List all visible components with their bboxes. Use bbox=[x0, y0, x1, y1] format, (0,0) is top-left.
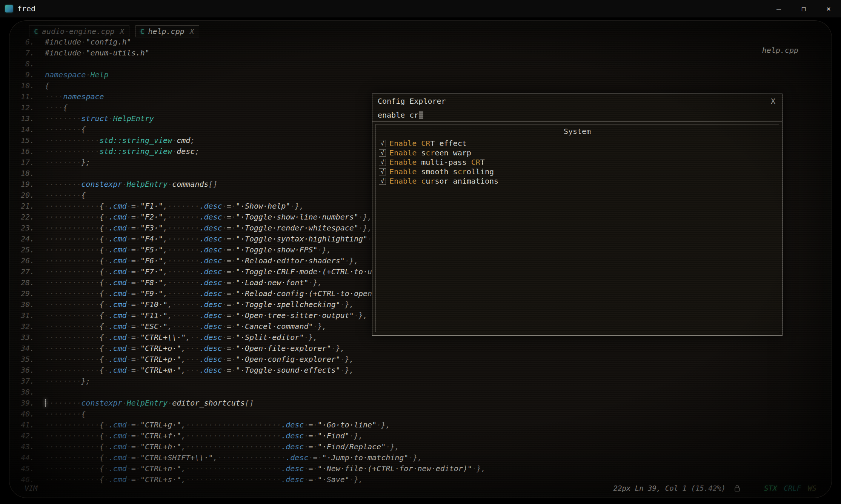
line-number: 30. bbox=[9, 299, 37, 310]
config-item-label: Enable multi-pass CRT bbox=[389, 158, 485, 167]
line-content: ····namespace bbox=[45, 91, 104, 102]
config-explorer: Config Explorer X enable cr System √Enab… bbox=[372, 94, 783, 336]
line-content: ············{·.cmd·=·"CTRL+o·",···.desc·… bbox=[45, 343, 345, 354]
config-item[interactable]: √Enable screen warp bbox=[376, 148, 779, 158]
minimize-button[interactable]: – bbox=[766, 0, 791, 17]
line-number: 8. bbox=[9, 58, 37, 69]
config-explorer-header: Config Explorer X bbox=[372, 94, 782, 108]
tab-close-button[interactable]: X bbox=[120, 27, 125, 36]
status-bar: VIM 22px Ln 39, Col 1 (15.42%) STXCRLFWS bbox=[25, 482, 816, 494]
line-content: ············{·.cmd·=·"CTRL+SHIFT+\\·",··… bbox=[45, 452, 422, 463]
checkbox-checked-icon[interactable]: √ bbox=[379, 178, 386, 185]
line-content: ········{ bbox=[45, 190, 86, 201]
line-number: 7. bbox=[9, 48, 37, 58]
line-content: ············{·.cmd·=·"F4·",·······.desc·… bbox=[45, 234, 381, 244]
line-number: 26. bbox=[9, 255, 37, 266]
tab-bar: Caudio-engine.cppXChelp.cppX bbox=[29, 25, 199, 37]
config-item[interactable]: √Enable cursor animations bbox=[376, 177, 779, 186]
line-number: 35. bbox=[9, 354, 37, 365]
checkbox-checked-icon[interactable]: √ bbox=[379, 168, 386, 175]
line-number: 23. bbox=[9, 223, 37, 234]
line-content: ········constexpr·HelpEntry·editor_short… bbox=[45, 398, 254, 409]
line-content: ············{·.cmd·=·"CTRL+p·",···.desc·… bbox=[45, 354, 354, 365]
line-number: 40. bbox=[9, 409, 37, 419]
line-number: 45. bbox=[9, 463, 37, 474]
config-item-label: Enable cursor animations bbox=[389, 177, 498, 186]
code-line: 42.············{·.cmd·=·"CTRL+f·",······… bbox=[9, 430, 832, 441]
line-number: 17. bbox=[9, 157, 37, 168]
line-number: 11. bbox=[9, 91, 37, 102]
line-content: ········{ bbox=[45, 124, 86, 135]
window-title: fred bbox=[17, 4, 35, 13]
status-flag-crlf: CRLF bbox=[784, 484, 801, 492]
line-content: ············{·.cmd·=·"F5·",·······.desc·… bbox=[45, 244, 331, 255]
line-content: ············{·.cmd·=·"F2·",·······.desc·… bbox=[45, 212, 372, 223]
config-item[interactable]: √Enable CRT effect bbox=[376, 139, 779, 148]
code-line: 41.············{·.cmd·=·"CTRL+g·",······… bbox=[9, 419, 832, 430]
config-search-query: enable cr bbox=[378, 111, 418, 120]
config-items: √Enable CRT effect√Enable screen warp√En… bbox=[376, 139, 779, 186]
line-content: ········}; bbox=[45, 157, 90, 168]
line-content: #include·"config.h" bbox=[45, 37, 131, 48]
line-number: 24. bbox=[9, 234, 37, 244]
cpp-file-icon: C bbox=[34, 28, 38, 35]
line-number: 38. bbox=[9, 387, 37, 398]
line-content: ········}; bbox=[45, 376, 90, 387]
tab-help.cpp[interactable]: Chelp.cppX bbox=[135, 25, 199, 37]
line-content: ············{·.cmd·=·"CTRL+f·",·········… bbox=[45, 430, 363, 441]
config-search-input[interactable]: enable cr bbox=[372, 108, 782, 122]
code-line: 8. bbox=[9, 58, 832, 69]
line-content: ············std::string_view·cmd; bbox=[45, 135, 195, 146]
line-number: 15. bbox=[9, 135, 37, 146]
line-content: { bbox=[45, 80, 49, 91]
checkbox-checked-icon[interactable]: √ bbox=[379, 140, 386, 147]
cursor-position-status: 22px Ln 39, Col 1 (15.42%) bbox=[613, 484, 726, 492]
config-item-label: Enable screen warp bbox=[389, 149, 471, 157]
line-number: 6. bbox=[9, 37, 37, 48]
checkbox-checked-icon[interactable]: √ bbox=[379, 149, 386, 157]
line-number: 25. bbox=[9, 244, 37, 255]
checkbox-checked-icon[interactable]: √ bbox=[379, 159, 386, 166]
code-line: 36.············{·.cmd·=·"CTRL+m·",···.de… bbox=[9, 365, 832, 376]
line-content: ············{·.cmd·=·"CTRL+\\·",··.desc·… bbox=[45, 332, 318, 343]
maximize-button[interactable]: □ bbox=[791, 0, 816, 17]
line-content: ············{·.cmd·=·"F11·",······.desc·… bbox=[45, 310, 367, 321]
line-number: 10. bbox=[9, 80, 37, 91]
editor-screen: Caudio-engine.cppXChelp.cppX help.cpp 6.… bbox=[9, 20, 832, 498]
line-number: 22. bbox=[9, 212, 37, 223]
close-button[interactable]: × bbox=[816, 0, 841, 17]
line-number: 31. bbox=[9, 310, 37, 321]
line-number: 44. bbox=[9, 452, 37, 463]
config-explorer-close-button[interactable]: X bbox=[769, 97, 777, 106]
config-item[interactable]: √Enable smooth scrolling bbox=[376, 167, 779, 177]
code-line: 40.········{ bbox=[9, 409, 832, 419]
code-line: 39.········constexpr·HelpEntry·editor_sh… bbox=[9, 398, 832, 409]
line-content: namespace·Help bbox=[45, 69, 109, 80]
line-content: ············std::string_view·desc; bbox=[45, 146, 199, 157]
line-number: 16. bbox=[9, 146, 37, 157]
status-flag-ws: WS bbox=[808, 484, 816, 492]
line-number: 14. bbox=[9, 124, 37, 135]
line-number: 42. bbox=[9, 430, 37, 441]
mode-indicator: VIM bbox=[25, 484, 37, 492]
line-number: 28. bbox=[9, 277, 37, 288]
text-caret bbox=[419, 111, 423, 119]
active-filename: help.cpp bbox=[762, 46, 798, 55]
code-line: 6.#include·"config.h" bbox=[9, 37, 832, 48]
code-line: 44.············{·.cmd·=·"CTRL+SHIFT+\\·"… bbox=[9, 452, 832, 463]
line-number: 37. bbox=[9, 376, 37, 387]
title-bar: fred – □ × bbox=[0, 0, 841, 17]
tab-audio-engine.cpp[interactable]: Caudio-engine.cppX bbox=[29, 25, 129, 37]
line-number: 33. bbox=[9, 332, 37, 343]
code-line: 9.namespace·Help bbox=[9, 69, 832, 80]
lock-icon bbox=[734, 484, 741, 492]
line-number: 12. bbox=[9, 102, 37, 113]
line-content: #include·"enum-utils.h" bbox=[45, 48, 149, 58]
line-content: ········constexpr·HelpEntry·commands[] bbox=[45, 179, 218, 190]
config-item[interactable]: √Enable multi-pass CRT bbox=[376, 158, 779, 167]
line-number: 18. bbox=[9, 168, 37, 179]
tab-close-button[interactable]: X bbox=[190, 27, 194, 36]
line-number: 29. bbox=[9, 288, 37, 299]
tab-label: help.cpp bbox=[148, 27, 184, 36]
code-line: 45.············{·.cmd·=·"CTRL+n·",······… bbox=[9, 463, 832, 474]
